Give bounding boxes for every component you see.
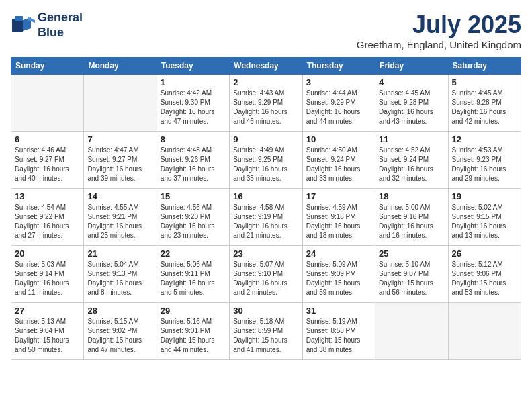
calendar-cell: 2Sunrise: 4:43 AM Sunset: 9:29 PM Daylig… (230, 75, 302, 132)
calendar-cell: 25Sunrise: 5:10 AM Sunset: 9:07 PM Dayli… (375, 246, 448, 303)
calendar-table: SundayMondayTuesdayWednesdayThursdayFrid… (11, 57, 521, 360)
day-number: 14 (87, 191, 152, 201)
page-header: General Blue July 2025 Greetham, England… (11, 11, 521, 50)
day-number: 7 (87, 134, 152, 144)
calendar-cell: 13Sunrise: 4:54 AM Sunset: 9:22 PM Dayli… (11, 189, 84, 246)
logo-icon (11, 13, 35, 38)
calendar-cell: 27Sunrise: 5:13 AM Sunset: 9:04 PM Dayli… (11, 303, 84, 360)
day-info: Sunrise: 5:10 AM Sunset: 9:07 PM Dayligh… (379, 260, 444, 298)
logo-text: General Blue (38, 11, 83, 40)
logo: General Blue (11, 11, 83, 40)
day-number: 25 (379, 248, 444, 259)
day-info: Sunrise: 5:15 AM Sunset: 9:02 PM Dayligh… (87, 317, 152, 355)
day-number: 11 (379, 134, 444, 144)
day-number: 22 (161, 248, 226, 259)
day-info: Sunrise: 5:13 AM Sunset: 9:04 PM Dayligh… (15, 317, 80, 355)
calendar-week-5: 27Sunrise: 5:13 AM Sunset: 9:04 PM Dayli… (11, 303, 521, 360)
calendar-cell: 24Sunrise: 5:09 AM Sunset: 9:09 PM Dayli… (302, 246, 375, 303)
calendar-cell: 6Sunrise: 4:46 AM Sunset: 9:27 PM Daylig… (11, 132, 84, 189)
day-number: 24 (306, 248, 371, 259)
calendar-cell: 21Sunrise: 5:04 AM Sunset: 9:13 PM Dayli… (84, 246, 157, 303)
day-number: 15 (161, 191, 226, 201)
day-info: Sunrise: 4:54 AM Sunset: 9:22 PM Dayligh… (15, 203, 80, 240)
day-number: 17 (306, 191, 371, 201)
calendar-cell: 19Sunrise: 5:02 AM Sunset: 9:15 PM Dayli… (448, 189, 521, 246)
day-info: Sunrise: 4:45 AM Sunset: 9:28 PM Dayligh… (452, 89, 517, 126)
day-info: Sunrise: 4:58 AM Sunset: 9:19 PM Dayligh… (233, 203, 298, 240)
day-info: Sunrise: 4:53 AM Sunset: 9:23 PM Dayligh… (452, 146, 517, 183)
day-number: 5 (452, 77, 517, 87)
calendar-cell: 11Sunrise: 4:52 AM Sunset: 9:24 PM Dayli… (375, 132, 448, 189)
header-sunday: Sunday (11, 58, 84, 75)
day-info: Sunrise: 4:46 AM Sunset: 9:27 PM Dayligh… (15, 146, 80, 183)
day-number: 3 (306, 77, 371, 87)
day-number: 31 (306, 306, 371, 316)
day-info: Sunrise: 5:07 AM Sunset: 9:10 PM Dayligh… (233, 260, 298, 298)
calendar-cell: 31Sunrise: 5:19 AM Sunset: 8:58 PM Dayli… (302, 303, 375, 360)
day-info: Sunrise: 5:03 AM Sunset: 9:14 PM Dayligh… (15, 260, 80, 298)
day-number: 13 (15, 191, 80, 201)
calendar-header-row: SundayMondayTuesdayWednesdayThursdayFrid… (11, 58, 521, 75)
calendar-week-3: 13Sunrise: 4:54 AM Sunset: 9:22 PM Dayli… (11, 189, 521, 246)
calendar-cell: 26Sunrise: 5:12 AM Sunset: 9:06 PM Dayli… (448, 246, 521, 303)
calendar-cell (375, 303, 448, 360)
day-number: 19 (452, 191, 517, 201)
svg-rect-2 (15, 16, 23, 21)
day-info: Sunrise: 4:44 AM Sunset: 9:29 PM Dayligh… (306, 89, 371, 126)
day-number: 1 (161, 77, 226, 87)
day-info: Sunrise: 4:48 AM Sunset: 9:26 PM Dayligh… (161, 146, 226, 183)
day-number: 2 (233, 77, 298, 87)
day-info: Sunrise: 4:55 AM Sunset: 9:21 PM Dayligh… (87, 203, 152, 240)
day-number: 6 (15, 134, 80, 144)
day-number: 30 (233, 306, 298, 316)
day-number: 27 (15, 306, 80, 316)
day-info: Sunrise: 4:59 AM Sunset: 9:18 PM Dayligh… (306, 203, 371, 240)
day-number: 12 (452, 134, 517, 144)
calendar-cell: 30Sunrise: 5:18 AM Sunset: 8:59 PM Dayli… (230, 303, 302, 360)
header-thursday: Thursday (302, 58, 375, 75)
calendar-cell: 4Sunrise: 4:45 AM Sunset: 9:28 PM Daylig… (375, 75, 448, 132)
calendar-cell: 16Sunrise: 4:58 AM Sunset: 9:19 PM Dayli… (230, 189, 302, 246)
month-title: July 2025 (357, 11, 521, 39)
day-info: Sunrise: 5:18 AM Sunset: 8:59 PM Dayligh… (233, 317, 298, 355)
day-info: Sunrise: 4:52 AM Sunset: 9:24 PM Dayligh… (379, 146, 444, 183)
location: Greetham, England, United Kingdom (357, 39, 521, 50)
calendar-week-2: 6Sunrise: 4:46 AM Sunset: 9:27 PM Daylig… (11, 132, 521, 189)
calendar-week-4: 20Sunrise: 5:03 AM Sunset: 9:14 PM Dayli… (11, 246, 521, 303)
calendar-cell: 22Sunrise: 5:06 AM Sunset: 9:11 PM Dayli… (157, 246, 229, 303)
day-number: 16 (233, 191, 298, 201)
calendar-cell: 28Sunrise: 5:15 AM Sunset: 9:02 PM Dayli… (84, 303, 157, 360)
day-info: Sunrise: 4:45 AM Sunset: 9:28 PM Dayligh… (379, 89, 444, 126)
day-info: Sunrise: 5:16 AM Sunset: 9:01 PM Dayligh… (161, 317, 226, 355)
calendar-cell: 29Sunrise: 5:16 AM Sunset: 9:01 PM Dayli… (157, 303, 229, 360)
day-number: 10 (306, 134, 371, 144)
calendar-cell: 18Sunrise: 5:00 AM Sunset: 9:16 PM Dayli… (375, 189, 448, 246)
calendar-cell: 12Sunrise: 4:53 AM Sunset: 9:23 PM Dayli… (448, 132, 521, 189)
header-monday: Monday (84, 58, 157, 75)
calendar-cell: 20Sunrise: 5:03 AM Sunset: 9:14 PM Dayli… (11, 246, 84, 303)
day-number: 23 (233, 248, 298, 259)
day-info: Sunrise: 5:06 AM Sunset: 9:11 PM Dayligh… (161, 260, 226, 298)
calendar-cell: 10Sunrise: 4:50 AM Sunset: 9:24 PM Dayli… (302, 132, 375, 189)
day-info: Sunrise: 5:19 AM Sunset: 8:58 PM Dayligh… (306, 317, 371, 355)
day-info: Sunrise: 4:56 AM Sunset: 9:20 PM Dayligh… (161, 203, 226, 240)
day-number: 29 (161, 306, 226, 316)
calendar-cell: 23Sunrise: 5:07 AM Sunset: 9:10 PM Dayli… (230, 246, 302, 303)
day-info: Sunrise: 5:04 AM Sunset: 9:13 PM Dayligh… (87, 260, 152, 298)
day-number: 21 (87, 248, 152, 259)
day-info: Sunrise: 4:47 AM Sunset: 9:27 PM Dayligh… (87, 146, 152, 183)
calendar-cell: 9Sunrise: 4:49 AM Sunset: 9:25 PM Daylig… (230, 132, 302, 189)
calendar-cell: 8Sunrise: 4:48 AM Sunset: 9:26 PM Daylig… (157, 132, 229, 189)
calendar-cell (84, 75, 157, 132)
day-number: 8 (161, 134, 226, 144)
day-number: 20 (15, 248, 80, 259)
calendar-cell (11, 75, 84, 132)
day-number: 28 (87, 306, 152, 316)
calendar-cell: 14Sunrise: 4:55 AM Sunset: 9:21 PM Dayli… (84, 189, 157, 246)
calendar-cell: 7Sunrise: 4:47 AM Sunset: 9:27 PM Daylig… (84, 132, 157, 189)
calendar-week-1: 1Sunrise: 4:42 AM Sunset: 9:30 PM Daylig… (11, 75, 521, 132)
day-number: 9 (233, 134, 298, 144)
day-info: Sunrise: 5:12 AM Sunset: 9:06 PM Dayligh… (452, 260, 517, 298)
header-friday: Friday (375, 58, 448, 75)
day-info: Sunrise: 5:00 AM Sunset: 9:16 PM Dayligh… (379, 203, 444, 240)
